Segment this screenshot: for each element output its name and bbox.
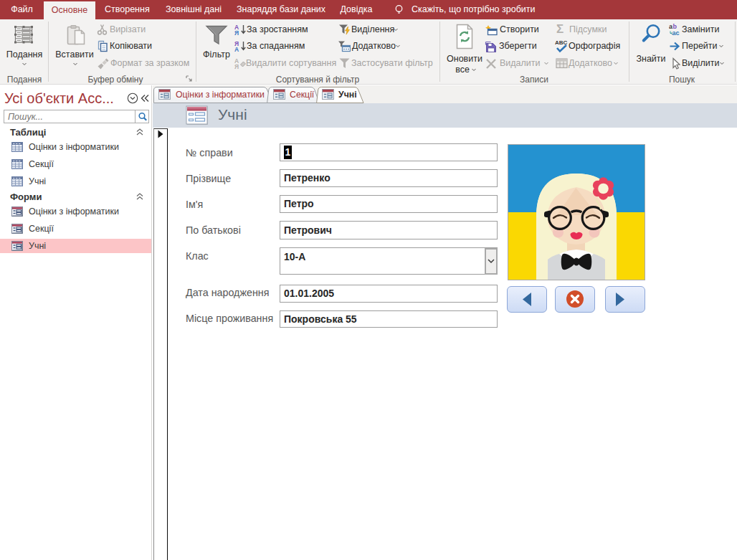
- svg-text:Я: Я: [234, 63, 239, 70]
- svg-text:Я: Я: [234, 29, 239, 36]
- svg-text:А: А: [234, 46, 239, 52]
- svg-text:ac: ac: [672, 29, 680, 37]
